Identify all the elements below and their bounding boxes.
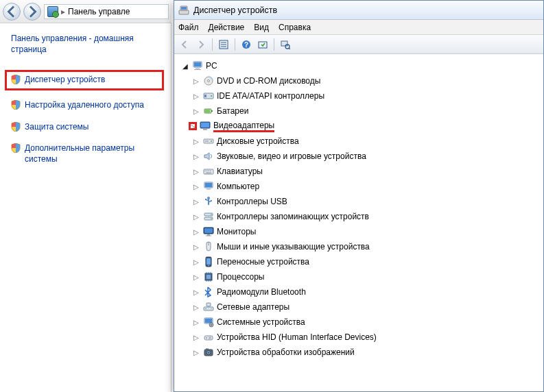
device-manager-title: Диспетчер устройств (193, 5, 277, 15)
tree-node[interactable]: ▷Клавиатуры (192, 164, 541, 179)
tree-node-label: Системные устройства (217, 317, 305, 327)
menu-action[interactable]: Действие (209, 23, 245, 32)
expander-icon[interactable]: ▷ (189, 122, 197, 130)
expander-icon[interactable]: ◢ (181, 62, 189, 70)
menu-help[interactable]: Справка (279, 23, 311, 32)
tree-node[interactable]: ▷Мониторы (192, 224, 541, 239)
expander-icon[interactable]: ▷ (192, 107, 200, 115)
tree-node[interactable]: ▷Процессоры (192, 269, 541, 284)
toolbar-separator (212, 38, 213, 51)
imaging-icon (203, 347, 214, 358)
breadcrumb-text: Панель управле (68, 7, 130, 16)
expander-icon[interactable]: ▷ (192, 303, 200, 311)
system-icon (203, 317, 214, 328)
breadcrumb[interactable]: ▸ Панель управле (44, 4, 169, 19)
keyboard-icon (203, 166, 214, 177)
tree-node-label: Дисковые устройства (217, 136, 299, 146)
tree-node-label: Контроллеры запоминающих устройств (217, 212, 369, 221)
toolbar-back-button[interactable] (177, 37, 192, 52)
tree-node[interactable]: ▷Радиомодули Bluetooth (192, 284, 541, 299)
toolbar-scan-button[interactable] (278, 37, 293, 52)
expander-icon[interactable]: ▷ (192, 137, 200, 145)
battery-icon (203, 106, 214, 117)
shield-icon (11, 75, 21, 84)
nav-forward-button[interactable] (23, 3, 41, 21)
tree-node[interactable]: ▷Устройства HID (Human Interface Devices… (192, 330, 541, 345)
shield-icon (11, 122, 21, 132)
tree-node[interactable]: ▷Устройства обработки изображений (192, 345, 541, 360)
expander-icon[interactable]: ▷ (192, 182, 200, 191)
device-manager-app-icon (178, 5, 189, 16)
network-icon (203, 302, 214, 313)
toolbar-forward-button[interactable] (193, 37, 209, 52)
expander-icon[interactable]: ▷ (192, 167, 200, 175)
control-panel-link[interactable]: Защита системы (11, 122, 164, 133)
expander-icon[interactable]: ▷ (192, 318, 200, 326)
device-manager-titlebar[interactable]: Диспетчер устройств (174, 1, 543, 20)
tree-node[interactable]: ▷Сетевые адаптеры (192, 299, 541, 315)
tree-root-node[interactable]: ◢ PC (177, 58, 541, 73)
tree-node[interactable]: ▷Дисковые устройства (192, 134, 541, 149)
expander-icon[interactable]: ▷ (192, 152, 200, 160)
tree-node-label: DVD и CD-ROM дисководы (217, 76, 320, 86)
expander-icon[interactable]: ▷ (192, 273, 200, 281)
portable-icon (203, 256, 214, 267)
disc-icon (203, 75, 214, 86)
expander-icon[interactable]: ▷ (192, 228, 200, 236)
control-panel-link[interactable]: Дополнительные параметры системы (11, 143, 164, 164)
tree-node-label: Сетевые адаптеры (217, 302, 289, 312)
tree-node[interactable]: ▷IDE ATA/ATAPI контроллеры (192, 88, 541, 103)
device-tree[interactable]: ◢ PC ▷DVD и CD-ROM дисководы▷IDE ATA/ATA… (174, 54, 543, 391)
breadcrumb-separator: ▸ (61, 7, 65, 16)
storage-icon (203, 211, 214, 222)
expander-icon[interactable]: ▷ (192, 348, 200, 356)
shield-icon (11, 143, 21, 153)
toolbar-action-button[interactable] (255, 37, 270, 52)
control-panel-window: ▸ Панель управле Панель управления - дом… (0, 0, 172, 392)
expander-icon[interactable]: ▷ (192, 92, 200, 100)
control-panel-home-link[interactable]: Панель управления - домашняя страница (11, 33, 164, 55)
expander-icon[interactable]: ▷ (192, 212, 200, 221)
menu-file[interactable]: Файл (178, 23, 199, 32)
control-panel-link-label: Защита системы (25, 122, 88, 133)
menu-view[interactable]: Вид (254, 23, 269, 32)
expander-icon[interactable]: ▷ (192, 258, 200, 266)
svg-rect-9 (259, 42, 267, 48)
expander-icon[interactable]: ▷ (192, 77, 200, 85)
tree-node[interactable]: ▷Батареи (192, 103, 541, 119)
tree-node-label: Процессоры (217, 272, 265, 282)
expander-icon[interactable]: ▷ (192, 288, 200, 296)
control-panel-navbar: ▸ Панель управле (0, 0, 172, 23)
computer-icon (203, 181, 214, 192)
tree-node[interactable]: ▷Компьютер (192, 179, 541, 194)
control-panel-link-label: Настройка удаленного доступа (25, 100, 144, 111)
tree-node[interactable]: ▷Переносные устройства (192, 254, 541, 269)
tree-node[interactable]: ▷Видеоадаптеры (192, 119, 541, 134)
expander-icon[interactable]: ▷ (192, 243, 200, 251)
properties-icon (219, 40, 228, 49)
tree-node-label: Мыши и иные указывающие устройства (217, 242, 370, 252)
tree-node[interactable]: ▷Контроллеры USB (192, 194, 541, 209)
control-panel-link[interactable]: Настройка удаленного доступа (11, 100, 164, 111)
tree-node-label: Видеоадаптеры (213, 121, 274, 132)
tree-node[interactable]: ▷Звуковые, видео и игровые устройства (192, 149, 541, 164)
drive-icon (203, 136, 214, 147)
toolbar-help-button[interactable]: ? (239, 37, 254, 52)
nav-back-button[interactable] (3, 3, 21, 21)
toolbar-properties-button[interactable] (216, 37, 231, 52)
tree-node[interactable]: ▷Мыши и иные указывающие устройства (192, 239, 541, 254)
tree-node[interactable]: ▷Системные устройства (192, 315, 541, 330)
expander-icon[interactable]: ▷ (192, 333, 200, 341)
arrow-left-icon (3, 3, 20, 20)
tree-node-label: Контроллеры USB (217, 197, 287, 206)
tree-root-label: PC (206, 61, 217, 71)
control-panel-link[interactable]: Диспетчер устройств (5, 70, 164, 90)
control-panel-link-label: Диспетчер устройств (25, 75, 105, 86)
arrow-left-icon (180, 40, 189, 49)
svg-rect-16 (194, 69, 201, 70)
tree-node[interactable]: ▷Контроллеры запоминающих устройств (192, 209, 541, 224)
expander-icon[interactable]: ▷ (192, 197, 200, 206)
toolbar-separator (274, 38, 274, 51)
tree-node-label: Мониторы (217, 227, 256, 236)
tree-node[interactable]: ▷DVD и CD-ROM дисководы (192, 73, 541, 88)
